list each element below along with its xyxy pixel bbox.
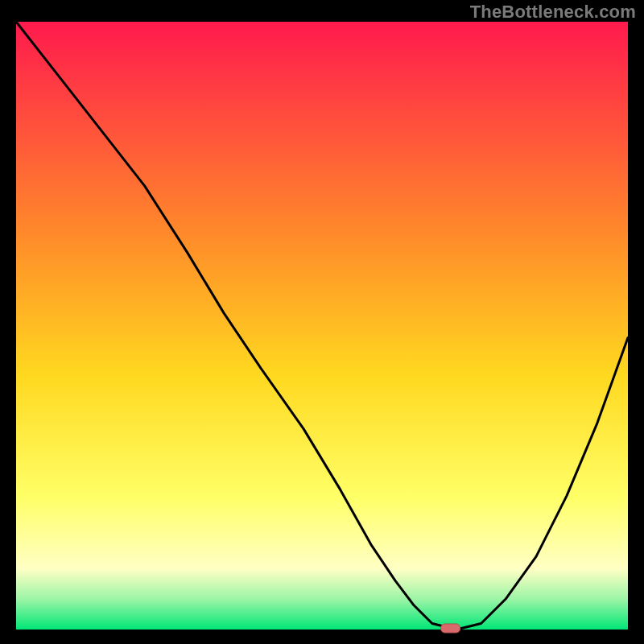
bottleneck-chart xyxy=(0,0,644,644)
watermark-text: TheBottleneck.com xyxy=(470,2,636,23)
optimum-marker xyxy=(441,624,460,633)
plot-background xyxy=(16,22,628,630)
chart-container: { "watermark": "TheBottleneck.com", "col… xyxy=(0,0,644,644)
